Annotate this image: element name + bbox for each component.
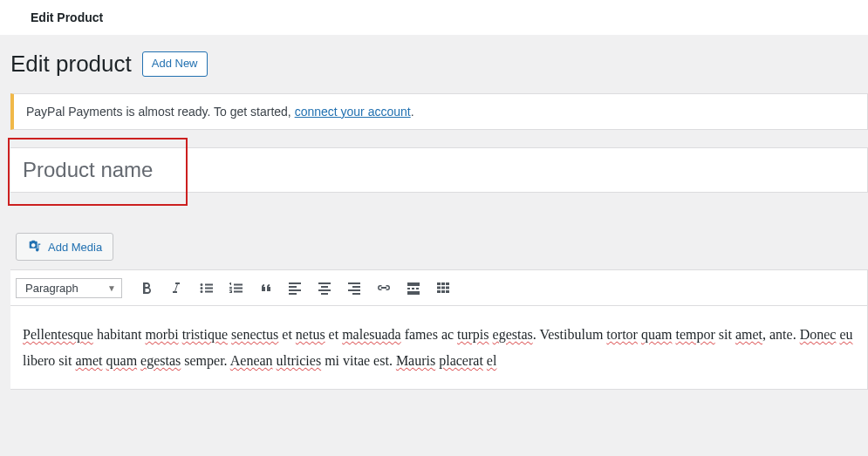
blockquote-button[interactable] xyxy=(251,275,279,301)
content-text: tortor xyxy=(606,327,638,342)
paypal-notice: PayPal Payments is almost ready. To get … xyxy=(10,93,868,130)
numbered-list-button[interactable] xyxy=(222,275,249,301)
wysiwyg-editor: Paragraph ▼ xyxy=(10,269,868,390)
editor-toolbar: Paragraph ▼ xyxy=(10,270,867,306)
content-text: . Vestibulum xyxy=(533,327,607,342)
content-text: tempor xyxy=(675,327,714,342)
numbered-list-icon xyxy=(227,279,244,296)
italic-button[interactable] xyxy=(162,275,190,301)
content-text: malesuada xyxy=(342,327,401,342)
bullet-list-button[interactable] xyxy=(192,275,220,301)
content-text: et xyxy=(325,327,343,342)
content-text: eu xyxy=(839,327,852,342)
content-text: amet xyxy=(75,353,102,368)
content-text: Mauris xyxy=(396,353,435,368)
content-text: et xyxy=(278,327,296,342)
content-text: quam xyxy=(106,353,138,368)
align-right-icon xyxy=(345,279,363,296)
content-text: senectus xyxy=(231,327,278,342)
notice-text-suffix: . xyxy=(411,105,414,119)
content-text: el xyxy=(487,353,497,368)
toolbar-toggle-button[interactable] xyxy=(429,275,457,301)
align-center-button[interactable] xyxy=(311,275,338,301)
content-text: egestas xyxy=(493,327,533,342)
align-right-button[interactable] xyxy=(340,275,368,301)
page-wrap: Edit product Add New PayPal Payments is … xyxy=(0,35,868,390)
notice-text-prefix: PayPal Payments is almost ready. To get … xyxy=(26,105,295,119)
content-text: quam xyxy=(641,327,673,342)
content-text: mi vitae est. xyxy=(321,353,396,368)
content-text: placerat xyxy=(439,353,483,368)
italic-icon xyxy=(167,279,185,296)
heading-row: Edit product Add New xyxy=(10,44,868,93)
content-text: semper. xyxy=(181,353,229,368)
align-left-button[interactable] xyxy=(281,275,309,301)
content-text: turpis xyxy=(457,327,489,342)
quote-icon xyxy=(256,279,274,296)
notice-link[interactable]: connect your account xyxy=(295,105,411,119)
product-name-input[interactable] xyxy=(10,148,867,192)
top-bar-title: Edit Product xyxy=(31,10,103,24)
content-text: netus xyxy=(296,327,325,342)
editor-content[interactable]: Pellentesque habitant morbi tristique se… xyxy=(10,306,867,389)
add-new-button[interactable]: Add New xyxy=(142,51,208,76)
content-text: ultricies xyxy=(277,353,322,368)
link-button[interactable] xyxy=(370,275,398,301)
bold-icon xyxy=(138,279,155,296)
camera-music-icon xyxy=(27,239,43,255)
content-text: morbi xyxy=(145,327,178,342)
content-text: fames ac xyxy=(401,327,457,342)
kitchen-sink-icon xyxy=(434,279,452,296)
align-left-icon xyxy=(286,279,304,296)
add-media-label: Add Media xyxy=(48,241,102,254)
insert-more-button[interactable] xyxy=(400,275,427,301)
content-text: , ante. xyxy=(762,327,800,342)
align-center-icon xyxy=(316,279,333,296)
content-text: Aenean xyxy=(230,353,273,368)
chevron-down-icon: ▼ xyxy=(107,283,116,293)
bold-button[interactable] xyxy=(133,275,161,301)
link-icon xyxy=(375,279,393,296)
bullet-list-icon xyxy=(197,279,215,296)
top-bar: Edit Product xyxy=(0,0,868,35)
format-dropdown-label: Paragraph xyxy=(25,282,79,295)
format-dropdown[interactable]: Paragraph ▼ xyxy=(16,278,122,298)
content-text: tristique xyxy=(182,327,228,342)
product-title-container xyxy=(10,147,868,193)
add-media-button[interactable]: Add Media xyxy=(16,233,113,261)
content-text: amet xyxy=(735,327,762,342)
content-text: habitant xyxy=(93,327,146,342)
content-text: Pellentesque xyxy=(23,327,93,342)
read-more-icon xyxy=(405,279,422,296)
page-heading: Edit product xyxy=(10,51,132,78)
content-text: libero sit xyxy=(23,353,75,368)
content-text: sit xyxy=(715,327,735,342)
content-text: egestas xyxy=(140,353,181,368)
content-text: Donec xyxy=(800,327,837,342)
